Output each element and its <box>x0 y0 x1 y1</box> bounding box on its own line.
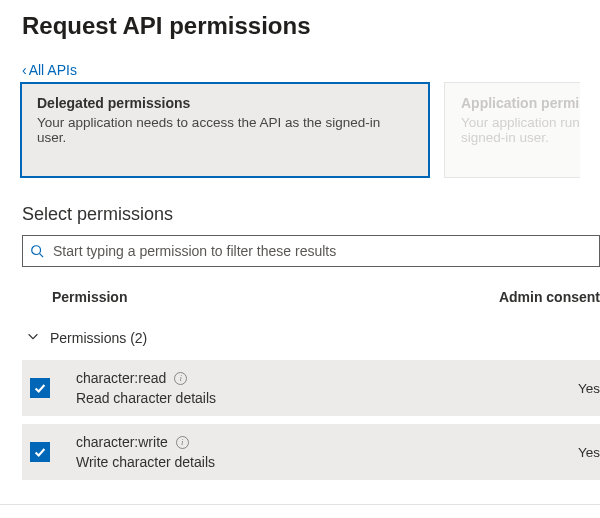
permissions-table-header: Permission Admin consent <box>22 285 600 323</box>
chevron-down-icon <box>26 329 40 346</box>
perm-type-delegated-card[interactable]: Delegated permissions Your application n… <box>20 82 430 178</box>
chevron-left-icon: ‹ <box>22 63 27 77</box>
svg-point-0 <box>32 246 41 255</box>
perm-admin-consent: Yes <box>572 445 600 460</box>
perm-checkbox-character-read[interactable] <box>30 378 50 398</box>
select-permissions-heading: Select permissions <box>22 204 600 225</box>
page-title: Request API permissions <box>22 12 600 40</box>
svg-line-1 <box>40 254 44 258</box>
perm-row-character-write: character:write i Write character detail… <box>22 424 600 480</box>
permission-search[interactable] <box>22 235 600 267</box>
search-icon <box>23 244 51 258</box>
col-permission-header: Permission <box>52 289 499 305</box>
perm-checkbox-character-write[interactable] <box>30 442 50 462</box>
perm-type-application-subtitle: Your application runs as a background se… <box>461 115 580 145</box>
info-icon[interactable]: i <box>176 436 189 449</box>
perm-type-delegated-subtitle: Your application needs to access the API… <box>37 115 413 145</box>
permissions-group-toggle[interactable]: Permissions (2) <box>22 323 600 360</box>
perm-row-character-read: character:read i Read character details … <box>22 360 600 416</box>
perm-description: Write character details <box>76 454 572 470</box>
perm-description: Read character details <box>76 390 572 406</box>
permission-search-input[interactable] <box>51 236 599 266</box>
perm-name: character:write <box>76 434 168 450</box>
perm-name: character:read <box>76 370 166 386</box>
permissions-group-label: Permissions (2) <box>50 330 147 346</box>
perm-admin-consent: Yes <box>572 381 600 396</box>
footer-divider <box>0 504 600 505</box>
col-admin-header: Admin consent <box>499 289 600 305</box>
back-link-label: All APIs <box>29 62 77 78</box>
perm-type-delegated-title: Delegated permissions <box>37 95 413 111</box>
perm-type-application-card[interactable]: Application permissions Your application… <box>444 82 580 178</box>
info-icon[interactable]: i <box>174 372 187 385</box>
perm-type-application-title: Application permissions <box>461 95 580 111</box>
back-all-apis-link[interactable]: ‹ All APIs <box>22 62 77 78</box>
